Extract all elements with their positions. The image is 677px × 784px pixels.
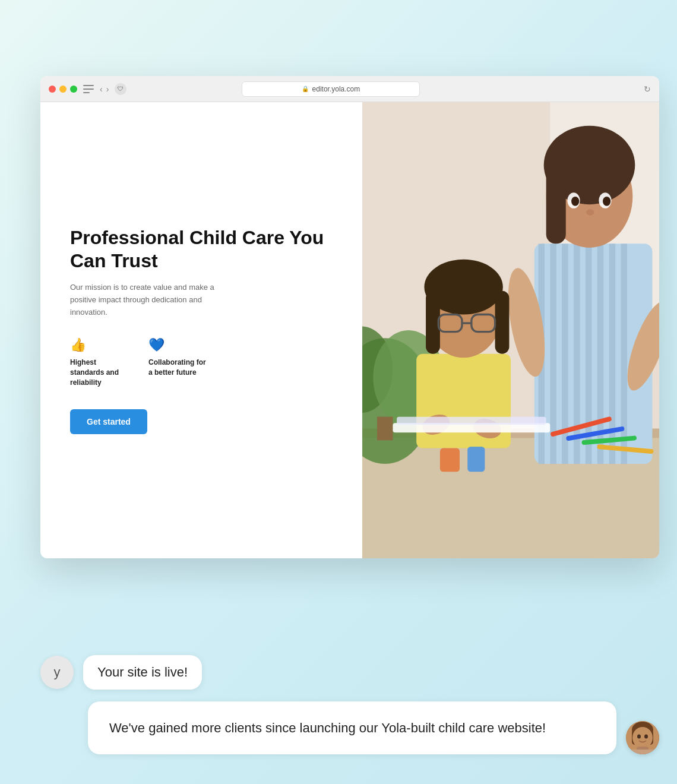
svg-rect-10 xyxy=(550,244,556,464)
get-started-button[interactable]: Get started xyxy=(70,409,147,434)
svg-rect-12 xyxy=(574,244,580,464)
close-button[interactable] xyxy=(49,86,56,93)
feature-collaboration-label: Collaborating for a better future xyxy=(148,358,208,378)
svg-point-49 xyxy=(632,727,653,748)
yola-initial: y xyxy=(54,665,61,680)
minimize-button[interactable] xyxy=(59,86,67,93)
svg-rect-31 xyxy=(495,291,509,354)
lock-icon: 🔒 xyxy=(302,86,309,92)
chat-area: y Your site is live! We've gained more c… xyxy=(40,655,659,754)
user-avatar xyxy=(626,721,659,754)
hero-title: Professional Child Care You Can Trust xyxy=(70,226,333,272)
feature-standards-label: Highest standards and reliability xyxy=(70,358,129,387)
back-button[interactable]: ‹ xyxy=(100,84,103,94)
yola-avatar: y xyxy=(40,656,74,689)
sidebar-toggle-button[interactable] xyxy=(83,85,94,93)
heart-icon: 💙 xyxy=(148,337,208,353)
svg-point-24 xyxy=(571,197,579,206)
chat-testimonial-text: We've gained more clients since launchin… xyxy=(109,720,546,735)
svg-rect-21 xyxy=(546,165,565,244)
browser-window: ‹ › 🛡 🔒 editor.yola.com ↻ Professional C… xyxy=(40,76,659,558)
browser-chrome: ‹ › 🛡 🔒 editor.yola.com ↻ xyxy=(40,76,659,102)
svg-point-25 xyxy=(603,197,610,206)
hero-image xyxy=(362,102,659,558)
url-text: editor.yola.com xyxy=(312,85,360,93)
nav-arrows: ‹ › xyxy=(100,84,109,94)
svg-point-50 xyxy=(637,735,641,739)
website-content: Professional Child Care You Can Trust Ou… xyxy=(40,102,659,558)
chat-message-1: y Your site is live! xyxy=(40,655,659,690)
chat-live-text: Your site is live! xyxy=(97,665,188,679)
forward-button[interactable]: › xyxy=(106,84,109,94)
refresh-button[interactable]: ↻ xyxy=(644,84,651,94)
maximize-button[interactable] xyxy=(70,86,77,93)
hero-subtitle: Our mission is to create value and make … xyxy=(70,282,236,318)
feature-collaboration: 💙 Collaborating for a better future xyxy=(148,337,208,387)
features-row: 👍 Highest standards and reliability 💙 Co… xyxy=(70,337,333,387)
traffic-lights xyxy=(49,86,77,93)
address-bar[interactable]: 🔒 editor.yola.com xyxy=(242,81,420,97)
svg-rect-44 xyxy=(467,447,485,472)
thumbsup-icon: 👍 xyxy=(70,337,129,353)
svg-point-26 xyxy=(586,209,594,216)
chat-message-2: We've gained more clients since launchin… xyxy=(88,701,659,754)
chat-bubble-testimonial: We've gained more clients since launchin… xyxy=(88,701,616,754)
chat-bubble-live: Your site is live! xyxy=(83,655,202,690)
svg-rect-43 xyxy=(440,448,460,472)
svg-point-51 xyxy=(644,735,648,739)
privacy-icon: 🛡 xyxy=(115,83,126,95)
svg-rect-38 xyxy=(397,417,546,425)
user-avatar-svg xyxy=(626,721,659,754)
svg-rect-7 xyxy=(377,417,393,441)
website-right-panel xyxy=(362,102,659,558)
svg-rect-53 xyxy=(626,750,659,754)
website-left-panel: Professional Child Care You Can Trust Ou… xyxy=(40,102,362,558)
svg-rect-13 xyxy=(586,244,592,464)
feature-standards: 👍 Highest standards and reliability xyxy=(70,337,129,387)
